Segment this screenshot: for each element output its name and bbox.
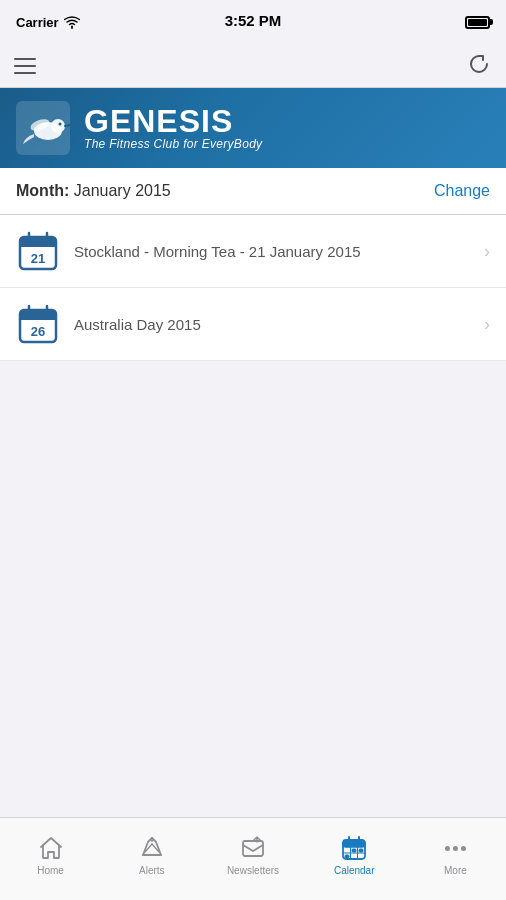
svg-rect-8 — [20, 243, 56, 247]
status-bar: Carrier 3:52 PM — [0, 0, 506, 44]
logo-bird-icon — [16, 101, 70, 155]
svg-rect-33 — [359, 849, 363, 852]
tab-home-label: Home — [37, 865, 64, 876]
month-label: Month: January 2015 — [16, 182, 171, 200]
tab-newsletters-label: Newsletters — [227, 865, 279, 876]
wifi-icon — [64, 16, 80, 29]
event-item[interactable]: 26 Australia Day 2015 › — [0, 288, 506, 361]
svg-point-3 — [51, 119, 65, 133]
logo-subtitle: The Fitness Club for EveryBody — [84, 137, 262, 151]
more-icon — [441, 834, 469, 862]
tab-calendar[interactable]: Calendar — [304, 818, 405, 900]
calendar-icon — [340, 834, 368, 862]
calendar-icon-26: 26 — [16, 302, 60, 346]
dot-2 — [453, 846, 458, 851]
logo-text: GENESIS The Fitness Club for EveryBody — [84, 105, 262, 151]
tab-bar: Home Alerts Newsletters — [0, 817, 506, 900]
status-right — [465, 16, 490, 29]
alerts-icon — [138, 834, 166, 862]
tab-more-label: More — [444, 865, 467, 876]
svg-point-5 — [59, 123, 62, 126]
event-name-2: Australia Day 2015 — [74, 316, 478, 333]
battery-icon — [465, 16, 490, 29]
svg-rect-22 — [243, 841, 263, 856]
chevron-right-icon-1: › — [484, 241, 490, 262]
menu-button[interactable] — [14, 58, 36, 74]
header-banner: GENESIS The Fitness Club for EveryBody — [0, 88, 506, 168]
svg-rect-25 — [343, 844, 365, 847]
tab-home[interactable]: Home — [0, 818, 101, 900]
tab-more[interactable]: More — [405, 818, 506, 900]
newsletters-icon — [239, 834, 267, 862]
svg-text:26: 26 — [31, 324, 45, 339]
logo-title: GENESIS — [84, 105, 262, 137]
event-item[interactable]: 21 Stockland - Morning Tea - 21 January … — [0, 215, 506, 288]
tab-alerts-label: Alerts — [139, 865, 165, 876]
svg-rect-32 — [352, 849, 356, 852]
svg-line-4 — [65, 125, 70, 126]
dot-1 — [445, 846, 450, 851]
dot-3 — [461, 846, 466, 851]
top-nav — [0, 44, 506, 88]
tab-calendar-label: Calendar — [334, 865, 375, 876]
svg-text:21: 21 — [31, 251, 45, 266]
event-name-1: Stockland - Morning Tea - 21 January 201… — [74, 243, 478, 260]
tab-newsletters[interactable]: Newsletters — [202, 818, 303, 900]
refresh-icon — [466, 51, 492, 77]
month-bar: Month: January 2015 Change — [0, 168, 506, 215]
change-month-button[interactable]: Change — [434, 182, 490, 200]
home-icon — [37, 834, 65, 862]
carrier-label: Carrier — [16, 15, 80, 30]
tab-alerts[interactable]: Alerts — [101, 818, 202, 900]
status-time: 3:52 PM — [225, 12, 282, 29]
logo-container: GENESIS The Fitness Club for EveryBody — [16, 101, 262, 155]
chevron-right-icon-2: › — [484, 314, 490, 335]
svg-rect-14 — [20, 316, 56, 320]
svg-rect-31 — [345, 855, 349, 858]
event-list: 21 Stockland - Morning Tea - 21 January … — [0, 215, 506, 361]
refresh-button[interactable] — [466, 51, 492, 81]
calendar-icon-21: 21 — [16, 229, 60, 273]
